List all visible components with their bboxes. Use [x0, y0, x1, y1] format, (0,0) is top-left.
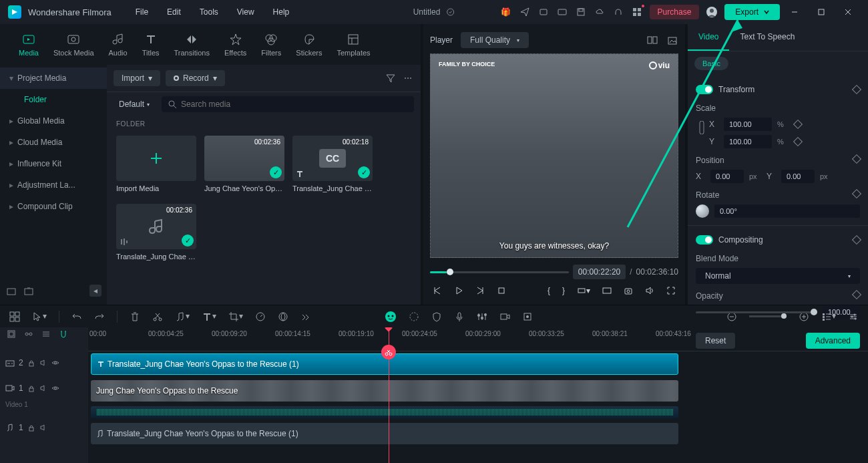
redo-icon[interactable] — [94, 311, 105, 322]
opacity-slider[interactable] — [696, 311, 817, 313]
play-button[interactable] — [454, 286, 463, 295]
timeline-clip-video[interactable]: Jung Chae Yeon's Oppas to the Rescue — [91, 380, 678, 402]
export-button[interactable]: Export — [724, 4, 780, 20]
quality-dropdown[interactable]: Full Quality▾ — [461, 32, 529, 48]
tl-opt2-icon[interactable] — [23, 328, 35, 340]
pos-y-input[interactable] — [781, 170, 815, 183]
lock-t2-icon[interactable] — [27, 359, 35, 367]
preview-video[interactable]: FAMILY BY CHOICE viu You guys are witnes… — [430, 53, 678, 258]
tl-opt3-icon[interactable] — [40, 328, 52, 340]
record-button[interactable]: Record▾ — [166, 70, 225, 86]
track-header-a1[interactable]: 1 — [0, 415, 88, 440]
tab-effects[interactable]: Effects — [223, 29, 248, 59]
sync-icon[interactable] — [445, 7, 455, 17]
playhead[interactable] — [389, 327, 389, 463]
display-icon[interactable] — [602, 286, 612, 295]
close-button[interactable] — [836, 0, 860, 24]
tab-stock-media[interactable]: Stock Media — [52, 29, 95, 59]
delete-icon[interactable] — [130, 311, 140, 322]
maximize-button[interactable] — [809, 0, 833, 24]
pos-x-input[interactable] — [710, 170, 744, 183]
keyframe-compositing[interactable] — [852, 235, 861, 245]
purchase-button[interactable]: Purchase — [650, 5, 700, 19]
ratio-icon[interactable]: ▾ — [577, 286, 590, 295]
mute-v1-icon[interactable] — [39, 384, 47, 392]
sidebar-adjustment-layer[interactable]: ▸Adjustment La... — [0, 174, 107, 196]
tl-magnet-icon[interactable] — [57, 328, 69, 340]
keyframe-transform[interactable] — [852, 85, 861, 94]
collapse-sidebar-icon[interactable]: ◂ — [89, 285, 101, 297]
lock-v1-icon[interactable] — [27, 384, 35, 392]
sidebar-project-media[interactable]: ▾Project Media — [0, 67, 107, 89]
track-header-t2[interactable]: 2 — [0, 350, 88, 375]
apps-icon[interactable] — [631, 6, 643, 18]
import-button[interactable]: Import▾ — [114, 70, 160, 86]
tab-filters[interactable]: Filters — [260, 29, 282, 59]
menu-help[interactable]: Help — [265, 3, 298, 21]
record-tl-icon[interactable] — [499, 311, 510, 322]
timeline-clip-audio[interactable]: Translate_Jung Chae Yeon's Oppas to the … — [91, 423, 678, 444]
speed-icon[interactable] — [255, 311, 266, 322]
tab-tts[interactable]: Text To Speech — [729, 24, 805, 51]
thumb-video-1[interactable]: 00:02:36✓ Jung Chae Yeon's Opp... — [204, 136, 284, 196]
tab-templates[interactable]: Templates — [335, 29, 371, 59]
sidebar-global-media[interactable]: ▸Global Media — [0, 110, 107, 132]
mark-in-icon[interactable]: { — [548, 286, 550, 295]
rotate-input[interactable] — [714, 204, 860, 218]
mute-a1-icon[interactable] — [39, 424, 47, 432]
transform-toggle[interactable] — [696, 85, 713, 94]
menu-view[interactable]: View — [229, 3, 262, 21]
search-input[interactable] — [181, 100, 407, 109]
headphones-icon[interactable] — [612, 6, 624, 18]
crop-icon[interactable]: ▾ — [228, 311, 243, 322]
cloud-icon[interactable] — [594, 6, 606, 18]
search-box[interactable] — [162, 96, 414, 112]
ai-icon[interactable] — [385, 311, 397, 323]
lock-icon[interactable] — [696, 122, 708, 134]
new-bin-icon[interactable] — [23, 285, 35, 297]
avatar-icon[interactable] — [706, 6, 718, 18]
zoom-slider[interactable] — [749, 315, 787, 317]
scale-x-input[interactable] — [724, 118, 772, 131]
mute-t2-icon[interactable] — [39, 359, 47, 367]
keyframe-rotate[interactable] — [852, 189, 861, 198]
select-tool-icon[interactable]: ▾ — [32, 311, 47, 322]
next-frame-button[interactable] — [475, 286, 485, 295]
filter-icon[interactable] — [385, 72, 397, 84]
tab-audio[interactable]: Audio — [107, 29, 129, 59]
menu-file[interactable]: File — [128, 3, 156, 21]
gift-icon[interactable]: 🎁 — [500, 6, 512, 18]
tab-video-props[interactable]: Video — [688, 24, 729, 51]
sort-dropdown[interactable]: Default▾ — [114, 97, 155, 112]
mic-icon[interactable] — [454, 311, 465, 322]
tl-opt1-icon[interactable] — [5, 328, 17, 340]
split-icon[interactable] — [152, 311, 163, 322]
more-icon[interactable]: ⋯ — [402, 72, 414, 84]
volume-icon[interactable] — [645, 286, 654, 295]
undo-icon[interactable] — [71, 311, 82, 322]
text-tool-icon[interactable]: ▾ — [202, 311, 216, 322]
sidebar-compound-clip[interactable]: ▸Compound Clip — [0, 196, 107, 217]
snapshot-icon[interactable] — [666, 34, 678, 46]
marker-icon[interactable] — [522, 311, 533, 322]
scale-y-input[interactable] — [724, 135, 772, 148]
fullscreen-icon[interactable] — [666, 286, 676, 295]
mark-out-icon[interactable]: } — [562, 286, 565, 295]
keyframe-opacity[interactable] — [852, 290, 861, 299]
sidebar-folder[interactable]: Folder — [0, 89, 107, 110]
view-mode-icon[interactable]: ▾ — [821, 311, 836, 322]
sidebar-cloud-media[interactable]: ▸Cloud Media — [0, 132, 107, 153]
tab-media[interactable]: Media — [17, 29, 40, 59]
sparkle-icon[interactable] — [409, 311, 419, 322]
menu-edit[interactable]: Edit — [159, 3, 189, 21]
blend-dropdown[interactable]: Normal▾ — [696, 268, 860, 284]
prev-frame-button[interactable] — [433, 286, 442, 295]
stop-button[interactable] — [497, 286, 506, 295]
keyframe-position[interactable] — [852, 154, 861, 164]
eye-v1-icon[interactable] — [51, 384, 59, 392]
device-icon[interactable] — [537, 6, 550, 18]
thumb-audio-1[interactable]: 00:02:36✓ Translate_Jung Chae Y... — [116, 204, 196, 264]
shield-icon[interactable] — [431, 311, 442, 322]
audio-tool-icon[interactable]: ▾ — [175, 311, 190, 322]
timeline-clip-waveform[interactable] — [91, 406, 678, 418]
